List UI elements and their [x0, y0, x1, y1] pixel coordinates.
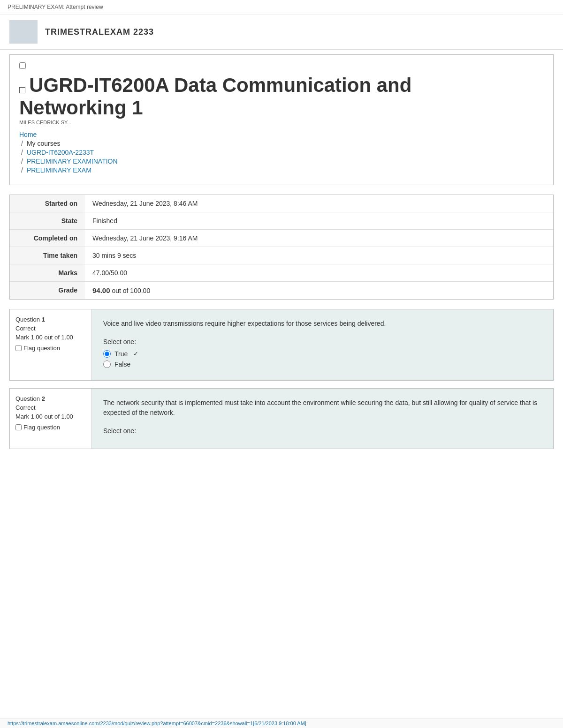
- breadcrumb-course[interactable]: UGRD-IT6200A-2233T: [27, 149, 94, 156]
- question-sidebar: Question 1CorrectMark 1.00 out of 1.00Fl…: [10, 309, 92, 380]
- question-text: The network security that is implemented…: [103, 398, 542, 418]
- option-radio[interactable]: [103, 350, 111, 358]
- flag-row: Flag question: [15, 345, 86, 352]
- option-row: True ✓: [103, 350, 542, 358]
- summary-table: Started onWednesday, 21 June 2023, 8:46 …: [10, 195, 553, 299]
- flag-row: Flag question: [15, 424, 86, 431]
- question-mark: Mark 1.00 out of 1.00: [15, 413, 86, 420]
- top-bar-text: PRELIMINARY EXAM: Attempt review: [8, 4, 103, 10]
- select-label: Select one:: [103, 338, 542, 345]
- summary-section: Started onWednesday, 21 June 2023, 8:46 …: [9, 195, 554, 300]
- grade-bold: 94.00: [92, 286, 110, 294]
- summary-value: Wednesday, 21 June 2023, 8:46 AM: [85, 195, 553, 212]
- summary-value: 94.00 out of 100.00: [85, 281, 553, 299]
- status-url: https://trimestralexam.amaesonline.com/2…: [8, 720, 306, 726]
- top-checkbox[interactable]: [19, 62, 26, 69]
- flag-label: Flag question: [23, 345, 60, 352]
- summary-label: Marks: [10, 264, 85, 281]
- summary-label: Started on: [10, 195, 85, 212]
- correct-check-icon: ✓: [133, 350, 138, 357]
- breadcrumb: Home / My courses / UGRD-IT6200A-2233T /…: [19, 131, 544, 174]
- summary-value: Wednesday, 21 June 2023, 9:16 AM: [85, 229, 553, 247]
- breadcrumb-exam[interactable]: PRELIMINARY EXAM: [27, 166, 91, 174]
- summary-label: State: [10, 212, 85, 229]
- heading-line1: UGRD-IT6200A Data Communication and: [29, 74, 411, 96]
- option-label: True: [114, 350, 128, 358]
- summary-label: Time taken: [10, 247, 85, 264]
- summary-value: 30 mins 9 secs: [85, 247, 553, 264]
- question-content: Voice and live video transmissions requi…: [92, 309, 553, 380]
- question-block: Question 2CorrectMark 1.00 out of 1.00Fl…: [9, 388, 554, 449]
- status-bar: https://trimestralexam.amaesonline.com/2…: [0, 718, 563, 728]
- question-label: Question 1: [15, 316, 86, 323]
- flag-checkbox[interactable]: [15, 424, 22, 430]
- header-logo: [9, 20, 38, 44]
- question-sidebar: Question 2CorrectMark 1.00 out of 1.00Fl…: [10, 389, 92, 449]
- breadcrumb-mycourses: My courses: [27, 140, 61, 147]
- question-block: Question 1CorrectMark 1.00 out of 1.00Fl…: [9, 309, 554, 381]
- summary-value: 47.00/50.00: [85, 264, 553, 281]
- question-status: Correct: [15, 404, 86, 411]
- option-label: False: [114, 360, 130, 368]
- flag-checkbox[interactable]: [15, 345, 22, 351]
- header-area: TRIMESTRALEXAM 2233: [0, 15, 563, 50]
- breadcrumb-home[interactable]: Home: [19, 131, 37, 138]
- question-status: Correct: [15, 325, 86, 332]
- option-radio[interactable]: [103, 360, 111, 368]
- summary-label: Completed on: [10, 229, 85, 247]
- breadcrumb-exam-section[interactable]: PRELIMINARY EXAMINATION: [27, 158, 118, 165]
- user-name: MILES CEDRICK SY...: [19, 120, 544, 125]
- top-checkbox-row: [19, 62, 544, 70]
- question-content: The network security that is implemented…: [92, 389, 553, 449]
- question-label: Question 2: [15, 395, 86, 402]
- summary-label: Grade: [10, 281, 85, 299]
- question-mark: Mark 1.00 out of 1.00: [15, 334, 86, 341]
- main-box: □ UGRD-IT6200A Data Communication and Ne…: [9, 54, 554, 185]
- header-title: TRIMESTRALEXAM 2233: [45, 27, 154, 37]
- page-heading: □ UGRD-IT6200A Data Communication and Ne…: [19, 74, 544, 120]
- question-text: Voice and live video transmissions requi…: [103, 319, 542, 329]
- option-row: False: [103, 360, 542, 368]
- heading-line2: Networking 1: [19, 97, 143, 119]
- flag-label: Flag question: [23, 424, 60, 431]
- summary-value: Finished: [85, 212, 553, 229]
- select-label: Select one:: [103, 427, 542, 435]
- questions-area: Question 1CorrectMark 1.00 out of 1.00Fl…: [9, 309, 554, 449]
- top-bar: PRELIMINARY EXAM: Attempt review: [0, 0, 563, 15]
